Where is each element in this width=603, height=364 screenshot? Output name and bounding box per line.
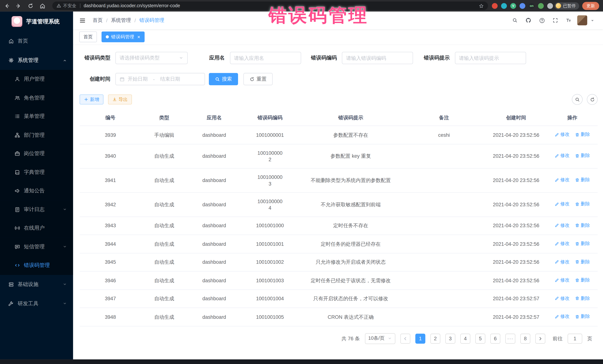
table-row: 3944自动生成dashboard1001001001定时任务的处理器已经存在2… (80, 235, 598, 253)
sidebar-item-audit-logs[interactable]: 审计日志 (0, 200, 73, 219)
page-6[interactable]: 6 (490, 333, 500, 343)
profile-chip[interactable]: 已暂停 (555, 2, 579, 9)
delete-link[interactable]: 删除 (575, 259, 590, 265)
edit-link[interactable]: 修改 (555, 153, 570, 159)
extension-grid-icon[interactable] (520, 3, 525, 9)
delete-link[interactable]: 删除 (575, 240, 590, 247)
delete-link[interactable]: 删除 (575, 313, 590, 320)
edit-link[interactable]: 修改 (555, 295, 570, 302)
reload-icon[interactable] (28, 3, 33, 9)
github-icon[interactable] (525, 17, 531, 23)
sidebar-item-online-users[interactable]: 在线用户 (0, 219, 73, 237)
page-4[interactable]: 4 (460, 333, 470, 343)
sidebar-item-infrastructure[interactable]: 基础设施 (0, 275, 73, 294)
prev-page-button[interactable] (400, 333, 410, 343)
chevron-down-icon (388, 336, 392, 341)
edit-link[interactable]: 修改 (555, 259, 570, 265)
edit-link[interactable]: 修改 (555, 132, 570, 138)
edit-link[interactable]: 修改 (555, 277, 570, 283)
error-code-input[interactable] (342, 52, 413, 64)
page-size-select[interactable]: 10条/页 (365, 333, 395, 344)
page-1[interactable]: 1 (416, 333, 425, 343)
edit-link[interactable]: 修改 (555, 313, 570, 320)
bookmark-star-icon[interactable] (479, 3, 484, 8)
back-icon[interactable] (4, 3, 10, 9)
sidebar-item-menus[interactable]: 菜单管理 (0, 107, 73, 126)
edit-link[interactable]: 修改 (555, 177, 570, 183)
extension-on-icon[interactable]: on (529, 3, 534, 9)
sidebar-item-departments[interactable]: 部门管理 (0, 126, 73, 144)
home-icon[interactable] (39, 3, 45, 9)
type-select[interactable]: 请选择错误码类型 (116, 52, 188, 64)
extension-vue-icon[interactable]: V (510, 3, 516, 9)
sidebar-item-roles[interactable]: 角色管理 (0, 88, 73, 107)
extension-red-icon[interactable] (492, 3, 498, 9)
chevron-down-icon[interactable] (590, 18, 595, 22)
page-5[interactable]: 5 (475, 333, 485, 343)
collapse-menu-icon[interactable] (79, 17, 86, 23)
export-button[interactable]: 导出 (108, 95, 132, 105)
sidebar-item-posts[interactable]: 岗位管理 (0, 144, 73, 163)
sidebar-item-system[interactable]: 系统管理 (0, 51, 73, 70)
breadcrumb-item[interactable]: 错误码管理 (139, 17, 164, 24)
cell-time: 2021-04-20 23:52:56 (485, 144, 547, 168)
extension-puzzle-icon[interactable] (547, 3, 553, 9)
address-bar[interactable]: 不安全 dashboard.yudao.iocoder.cn/system/er… (52, 1, 488, 10)
security-chip[interactable]: 不安全 (57, 3, 76, 9)
next-page-button[interactable] (535, 333, 545, 343)
app-name-input[interactable] (230, 52, 301, 64)
delete-link[interactable]: 删除 (575, 132, 590, 138)
close-icon[interactable]: × (137, 34, 140, 39)
sidebar-item-notices[interactable]: 通知公告 (0, 182, 73, 200)
cell-app: dashboard (187, 308, 241, 326)
page-8[interactable]: 8 (520, 333, 530, 343)
reset-button[interactable]: 重置 (244, 73, 273, 85)
delete-link[interactable]: 删除 (575, 201, 590, 207)
edit-link[interactable]: 修改 (555, 222, 570, 229)
extension-teal-icon[interactable] (501, 3, 507, 9)
help-icon[interactable] (539, 17, 545, 23)
delete-link[interactable]: 删除 (575, 295, 590, 302)
page-3[interactable]: 3 (445, 333, 455, 343)
add-button[interactable]: 新增 (80, 95, 104, 105)
user-avatar[interactable] (577, 15, 587, 25)
update-button[interactable]: 更新 (582, 2, 599, 10)
refresh-table-button[interactable] (587, 94, 598, 105)
search-icon[interactable] (512, 18, 518, 23)
cell-time: 2021-04-20 23:52:57 (485, 289, 547, 308)
goto-page-input[interactable] (568, 333, 582, 343)
tab-首页[interactable]: 首页 (79, 32, 97, 42)
delete-link[interactable]: 删除 (575, 222, 590, 229)
logo-row[interactable]: 芋道管理系统 (0, 11, 73, 32)
sidebar-item-dictionaries[interactable]: 字典管理 (0, 163, 73, 181)
date-range-picker[interactable]: 开始日期 - 结束日期 (116, 73, 205, 85)
error-msg-input[interactable] (455, 52, 526, 64)
cell-remark (403, 217, 485, 235)
sidebar-item-sms[interactable]: 短信管理 (0, 237, 73, 256)
cell-type: 自动生成 (141, 271, 187, 289)
edit-link[interactable]: 修改 (555, 240, 570, 247)
show-search-button[interactable] (572, 94, 583, 105)
extension-green-icon[interactable] (538, 3, 544, 9)
fullscreen-icon[interactable] (553, 18, 558, 23)
breadcrumb-item[interactable]: 首页 (93, 17, 103, 24)
delete-link[interactable]: 删除 (575, 177, 590, 183)
sidebar-item-home[interactable]: 首页 (0, 32, 73, 51)
cell-msg: CRON 表达式不正确 (299, 308, 403, 326)
edit-link[interactable]: 修改 (555, 201, 570, 207)
delete-link[interactable]: 删除 (575, 277, 590, 283)
list-icon (15, 114, 20, 119)
page-2[interactable]: 2 (430, 333, 440, 343)
search-button[interactable]: 搜索 (209, 73, 238, 85)
fontsize-icon[interactable] (566, 18, 571, 23)
sidebar-item-users[interactable]: 用户管理 (0, 70, 73, 88)
delete-link[interactable]: 删除 (575, 153, 590, 159)
url-text[interactable]: dashboard.yudao.iocoder.cn/system/error-… (84, 3, 180, 9)
sidebar-item-dev-tools[interactable]: 研发工具 (0, 294, 73, 313)
pagination-ellipsis[interactable]: ··· (505, 333, 515, 343)
sidebar-item-error-codes[interactable]: 错误码管理 (0, 256, 73, 275)
breadcrumb-item[interactable]: 系统管理 (111, 17, 131, 24)
forward-icon[interactable] (16, 3, 22, 9)
tab-错误码管理[interactable]: 错误码管理× (102, 32, 144, 42)
extensions-area: Von (492, 3, 553, 9)
